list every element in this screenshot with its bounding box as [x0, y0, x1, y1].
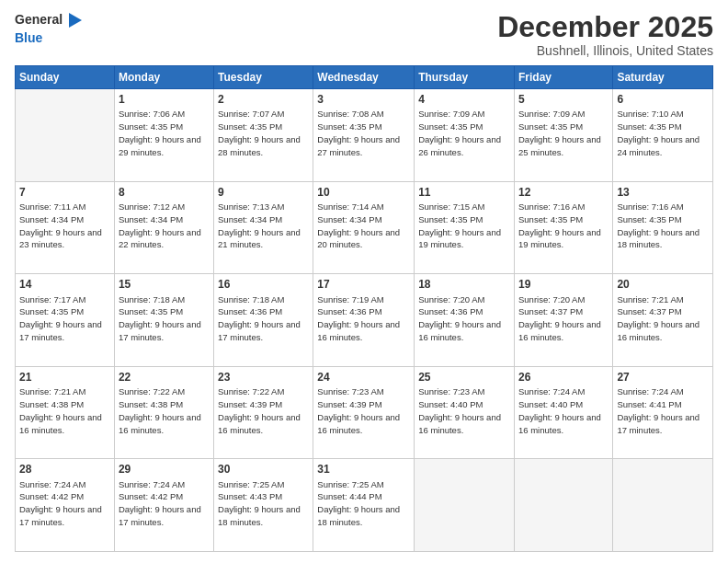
logo-blue: Blue [15, 30, 42, 45]
day-info: Sunrise: 7:13 AMSunset: 4:34 PMDaylight:… [218, 201, 301, 249]
col-friday: Friday [514, 66, 612, 89]
day-info: Sunrise: 7:10 AMSunset: 4:35 PMDaylight:… [617, 109, 700, 156]
day-info: Sunrise: 7:21 AMSunset: 4:38 PMDaylight:… [19, 386, 102, 434]
table-row: 6Sunrise: 7:10 AMSunset: 4:35 PMDaylight… [613, 89, 713, 182]
day-info: Sunrise: 7:21 AMSunset: 4:37 PMDaylight:… [617, 294, 700, 342]
table-row: 14Sunrise: 7:17 AMSunset: 4:35 PMDayligh… [16, 274, 115, 367]
day-info: Sunrise: 7:24 AMSunset: 4:42 PMDaylight:… [119, 479, 201, 527]
calendar-week-row: 21Sunrise: 7:21 AMSunset: 4:38 PMDayligh… [16, 366, 713, 459]
day-info: Sunrise: 7:22 AMSunset: 4:38 PMDaylight:… [119, 386, 201, 434]
calendar-week-row: 28Sunrise: 7:24 AMSunset: 4:42 PMDayligh… [16, 459, 713, 552]
page: General Blue December 2025 Bushnell, Ill… [0, 0, 728, 563]
day-number: 6 [617, 92, 709, 107]
table-row: 18Sunrise: 7:20 AMSunset: 4:36 PMDayligh… [415, 274, 515, 367]
logo-general: General [15, 12, 63, 27]
table-row: 22Sunrise: 7:22 AMSunset: 4:38 PMDayligh… [114, 366, 213, 459]
calendar-week-row: 7Sunrise: 7:11 AMSunset: 4:34 PMDaylight… [16, 181, 713, 274]
day-number: 26 [518, 370, 609, 385]
col-sunday: Sunday [16, 66, 115, 89]
day-number: 21 [19, 370, 110, 385]
calendar-week-row: 14Sunrise: 7:17 AMSunset: 4:35 PMDayligh… [16, 274, 713, 367]
day-number: 2 [218, 92, 309, 107]
day-info: Sunrise: 7:20 AMSunset: 4:36 PMDaylight:… [418, 294, 501, 342]
table-row: 16Sunrise: 7:18 AMSunset: 4:36 PMDayligh… [214, 274, 313, 367]
col-thursday: Thursday [415, 66, 515, 89]
day-number: 7 [19, 185, 110, 200]
calendar-header-row: Sunday Monday Tuesday Wednesday Thursday… [16, 66, 713, 89]
day-info: Sunrise: 7:20 AMSunset: 4:37 PMDaylight:… [518, 294, 601, 342]
day-number: 25 [418, 370, 510, 385]
day-number: 23 [218, 370, 309, 385]
day-number: 1 [119, 92, 210, 107]
header: General Blue December 2025 Bushnell, Ill… [15, 11, 713, 58]
day-number: 22 [119, 370, 210, 385]
day-info: Sunrise: 7:23 AMSunset: 4:40 PMDaylight:… [418, 386, 501, 434]
day-info: Sunrise: 7:07 AMSunset: 4:35 PMDaylight:… [218, 109, 301, 156]
day-number: 13 [617, 185, 709, 200]
day-info: Sunrise: 7:24 AMSunset: 4:40 PMDaylight:… [518, 386, 601, 434]
table-row [16, 89, 115, 182]
table-row [415, 459, 515, 552]
table-row [514, 459, 612, 552]
subtitle: Bushnell, Illinois, United States [497, 43, 713, 58]
col-tuesday: Tuesday [214, 66, 313, 89]
table-row: 26Sunrise: 7:24 AMSunset: 4:40 PMDayligh… [514, 366, 612, 459]
svg-marker-0 [69, 13, 82, 28]
calendar-table: Sunday Monday Tuesday Wednesday Thursday… [15, 65, 713, 552]
day-info: Sunrise: 7:08 AMSunset: 4:35 PMDaylight:… [317, 109, 400, 156]
logo-triangle-icon [65, 11, 84, 29]
main-title: December 2025 [497, 11, 713, 43]
table-row: 3Sunrise: 7:08 AMSunset: 4:35 PMDaylight… [313, 89, 415, 182]
col-monday: Monday [114, 66, 213, 89]
table-row [613, 459, 713, 552]
day-info: Sunrise: 7:06 AMSunset: 4:35 PMDaylight:… [119, 109, 201, 156]
table-row: 10Sunrise: 7:14 AMSunset: 4:34 PMDayligh… [313, 181, 415, 274]
day-info: Sunrise: 7:09 AMSunset: 4:35 PMDaylight:… [418, 109, 501, 156]
day-number: 31 [317, 462, 410, 477]
table-row: 1Sunrise: 7:06 AMSunset: 4:35 PMDaylight… [114, 89, 213, 182]
day-info: Sunrise: 7:24 AMSunset: 4:41 PMDaylight:… [617, 386, 700, 434]
day-info: Sunrise: 7:25 AMSunset: 4:44 PMDaylight:… [317, 479, 400, 527]
logo-wordmark: General Blue [15, 11, 84, 46]
day-info: Sunrise: 7:18 AMSunset: 4:36 PMDaylight:… [218, 294, 301, 342]
day-number: 14 [19, 277, 110, 292]
table-row: 4Sunrise: 7:09 AMSunset: 4:35 PMDaylight… [415, 89, 515, 182]
table-row: 29Sunrise: 7:24 AMSunset: 4:42 PMDayligh… [114, 459, 213, 552]
day-number: 15 [119, 277, 210, 292]
day-number: 17 [317, 277, 410, 292]
day-number: 29 [119, 462, 210, 477]
col-wednesday: Wednesday [313, 66, 415, 89]
table-row: 27Sunrise: 7:24 AMSunset: 4:41 PMDayligh… [613, 366, 713, 459]
day-info: Sunrise: 7:23 AMSunset: 4:39 PMDaylight:… [317, 386, 400, 434]
calendar-week-row: 1Sunrise: 7:06 AMSunset: 4:35 PMDaylight… [16, 89, 713, 182]
col-saturday: Saturday [613, 66, 713, 89]
table-row: 21Sunrise: 7:21 AMSunset: 4:38 PMDayligh… [16, 366, 115, 459]
day-number: 19 [518, 277, 609, 292]
day-number: 5 [518, 92, 609, 107]
day-info: Sunrise: 7:11 AMSunset: 4:34 PMDaylight:… [19, 201, 102, 249]
table-row: 15Sunrise: 7:18 AMSunset: 4:35 PMDayligh… [114, 274, 213, 367]
day-info: Sunrise: 7:15 AMSunset: 4:35 PMDaylight:… [418, 201, 501, 249]
day-info: Sunrise: 7:22 AMSunset: 4:39 PMDaylight:… [218, 386, 301, 434]
table-row: 28Sunrise: 7:24 AMSunset: 4:42 PMDayligh… [16, 459, 115, 552]
day-number: 24 [317, 370, 410, 385]
day-number: 27 [617, 370, 709, 385]
logo: General Blue [15, 11, 84, 46]
table-row: 19Sunrise: 7:20 AMSunset: 4:37 PMDayligh… [514, 274, 612, 367]
table-row: 12Sunrise: 7:16 AMSunset: 4:35 PMDayligh… [514, 181, 612, 274]
title-block: December 2025 Bushnell, Illinois, United… [497, 11, 713, 58]
day-number: 10 [317, 185, 410, 200]
day-number: 30 [218, 462, 309, 477]
day-info: Sunrise: 7:19 AMSunset: 4:36 PMDaylight:… [317, 294, 400, 342]
table-row: 11Sunrise: 7:15 AMSunset: 4:35 PMDayligh… [415, 181, 515, 274]
day-info: Sunrise: 7:16 AMSunset: 4:35 PMDaylight:… [617, 201, 700, 249]
table-row: 9Sunrise: 7:13 AMSunset: 4:34 PMDaylight… [214, 181, 313, 274]
table-row: 25Sunrise: 7:23 AMSunset: 4:40 PMDayligh… [415, 366, 515, 459]
day-info: Sunrise: 7:16 AMSunset: 4:35 PMDaylight:… [518, 201, 601, 249]
table-row: 2Sunrise: 7:07 AMSunset: 4:35 PMDaylight… [214, 89, 313, 182]
day-number: 9 [218, 185, 309, 200]
table-row: 23Sunrise: 7:22 AMSunset: 4:39 PMDayligh… [214, 366, 313, 459]
day-number: 8 [119, 185, 210, 200]
day-number: 20 [617, 277, 709, 292]
day-number: 3 [317, 92, 410, 107]
